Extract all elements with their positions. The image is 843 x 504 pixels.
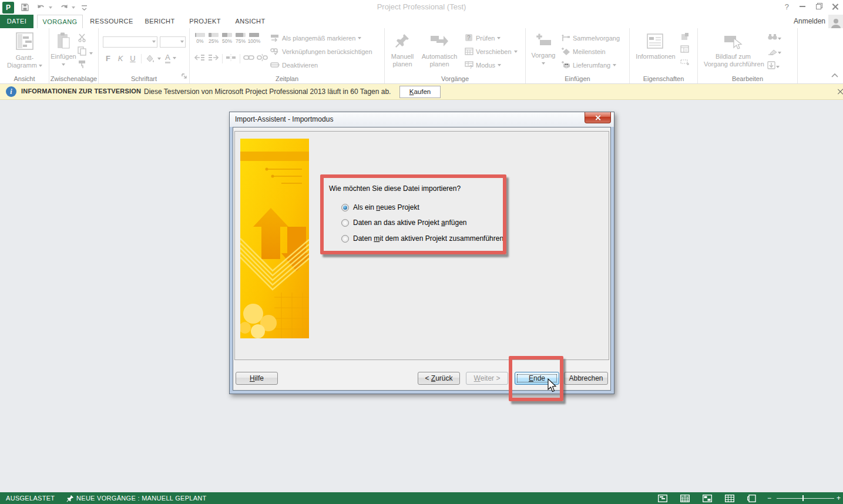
status-bar: AUSGELASTET NEUE VORGÄNGE : MANUELL GEPL…	[0, 492, 843, 504]
percent-100-button[interactable]: 100%	[247, 33, 261, 44]
buy-button[interactable]: Kaufen	[399, 86, 441, 98]
task-mode-button[interactable]: ? Modus	[465, 60, 501, 70]
add-to-timeline-icon[interactable]	[680, 58, 690, 68]
copy-icon[interactable]	[78, 46, 93, 58]
restore-icon[interactable]	[816, 4, 821, 9]
zoom-slider-thumb[interactable]	[802, 495, 804, 501]
task-inspect-button[interactable]: ? Prüfen	[465, 33, 501, 43]
manually-schedule-button[interactable]: Manuell planen	[387, 32, 418, 68]
outdent-task-button[interactable]	[194, 53, 205, 63]
help-button[interactable]: Hilfe	[236, 372, 278, 385]
dialog-close-button[interactable]	[585, 112, 611, 123]
cancel-button[interactable]: Abbrechen	[564, 372, 608, 385]
manual-label-line2: planen	[392, 61, 412, 68]
next-button: Weiter >	[466, 372, 508, 385]
tab-projekt[interactable]: PROJEKT	[186, 15, 224, 28]
background-color-button[interactable]	[145, 53, 161, 64]
gantt-chart-button[interactable]: Gantt- Diagramm	[5, 32, 45, 69]
font-size-combobox[interactable]	[160, 36, 186, 48]
avatar[interactable]	[828, 15, 843, 28]
font-name-combobox[interactable]	[103, 36, 157, 48]
insert-task-label: Vorgang	[532, 52, 556, 59]
insert-summary-button[interactable]: Sammelvorgang	[561, 33, 620, 43]
save-icon[interactable]	[21, 3, 29, 12]
project-app-icon[interactable]: P	[2, 2, 14, 14]
dialog-title: Import-Assistent - Importmodus	[235, 115, 333, 123]
svg-text:?: ?	[469, 64, 472, 69]
insert-task-button[interactable]: Vorgang	[529, 32, 557, 67]
scroll-label-line2: Vorgang durchführen	[704, 61, 764, 68]
tab-ansicht[interactable]: ANSICHT	[230, 15, 270, 28]
move-label: Verschieben	[476, 48, 512, 55]
respect-links-label: Verknüpfungen berücksichtigen	[282, 48, 372, 55]
format-painter-icon[interactable]	[78, 60, 93, 72]
customize-quick-access-icon[interactable]	[82, 4, 87, 11]
tab-datei[interactable]: DATEI	[0, 15, 33, 28]
split-task-button[interactable]	[226, 53, 236, 63]
sheet-view-icon[interactable]	[725, 494, 734, 502]
scroll-to-task-button[interactable]: Bildlauf zum Vorgang durchführen	[704, 32, 763, 68]
percent-25-label: 25%	[207, 38, 220, 44]
group-label-vorgaenge: Vorgänge	[385, 75, 525, 82]
status-allocation-label[interactable]: AUSGELASTET	[6, 495, 55, 502]
undo-icon[interactable]	[36, 3, 52, 12]
task-information-button[interactable]: Informationen	[632, 32, 679, 61]
minimize-icon[interactable]	[800, 6, 805, 7]
paste-button[interactable]: Einfügen	[51, 32, 76, 68]
status-new-tasks-mode[interactable]: NEUE VORGÄNGE : MANUELL GEPLANT	[76, 495, 207, 502]
mark-on-track-label: Als plangemäß markieren	[282, 35, 355, 42]
report-view-icon[interactable]	[747, 494, 757, 502]
inactivate-button[interactable]: Deaktivieren	[270, 60, 318, 70]
find-button[interactable]	[767, 33, 781, 43]
close-icon[interactable]	[832, 4, 838, 10]
underline-button[interactable]: U	[127, 53, 138, 65]
task-move-button[interactable]: Verschieben	[465, 46, 518, 57]
mouse-cursor	[548, 378, 558, 396]
tab-vorgang[interactable]: VORGANG	[37, 15, 83, 28]
tab-ressource[interactable]: RESSOURCE	[89, 15, 134, 28]
percent-75-button[interactable]: 75%	[234, 33, 247, 44]
team-planner-view-icon[interactable]	[703, 494, 712, 502]
insert-deliverable-button[interactable]: Lieferumfang	[561, 60, 616, 70]
respect-links-button[interactable]: Verknüpfungen berücksichtigen	[270, 46, 372, 57]
unlink-tasks-button[interactable]	[257, 53, 268, 63]
help-icon[interactable]: ?	[785, 2, 789, 11]
task-notes-icon[interactable]	[680, 33, 690, 43]
font-color-button[interactable]: A	[165, 53, 176, 63]
link-tasks-button[interactable]	[243, 53, 254, 63]
zoom-in-icon[interactable]: +	[837, 494, 841, 502]
dialog-client-area: Wie möchten Sie diese Datei importieren?…	[233, 127, 611, 391]
indent-task-button[interactable]	[208, 53, 219, 63]
task-details-icon[interactable]	[680, 45, 690, 56]
auto-schedule-button[interactable]: Automatisch planen	[419, 32, 460, 68]
bold-button[interactable]: F	[103, 53, 113, 65]
back-button[interactable]: < Zurück	[418, 372, 460, 385]
fill-down-button[interactable]	[767, 61, 781, 72]
outdent-icon	[194, 53, 205, 63]
info-icon: i	[6, 86, 16, 97]
percent-50-button[interactable]: 50%	[220, 33, 234, 44]
zoom-slider-track[interactable]	[777, 498, 834, 499]
percent-0-button[interactable]: 0%	[193, 33, 207, 44]
insert-milestone-button[interactable]: Meilenstein	[561, 46, 606, 57]
sign-in-link[interactable]: Anmelden	[794, 17, 825, 25]
clear-button[interactable]	[767, 47, 781, 58]
move-calendar-icon	[465, 47, 473, 56]
task-usage-view-icon[interactable]	[680, 494, 690, 502]
zoom-out-icon[interactable]: −	[767, 494, 771, 502]
collapse-ribbon-icon[interactable]	[831, 69, 838, 80]
dialog-title-bar[interactable]: Import-Assistent - Importmodus	[230, 112, 614, 127]
cut-icon[interactable]	[78, 33, 93, 45]
milestone-diamond-icon	[561, 47, 570, 56]
mark-on-track-button[interactable]: Als plangemäß markieren	[270, 33, 361, 43]
percent-25-button[interactable]: 25%	[207, 33, 220, 44]
tab-bericht[interactable]: BERICHT	[140, 15, 180, 28]
summary-task-icon	[561, 34, 570, 43]
percent-0-label: 0%	[193, 38, 207, 44]
redo-icon[interactable]	[59, 3, 75, 12]
italic-button[interactable]: K	[115, 53, 126, 65]
ribbon-group-schriftart: F K U A Schriftart	[99, 28, 190, 83]
group-label-einfuegen: Einfügen	[526, 75, 629, 82]
group-label-zwischenablage: Zwischenablage	[49, 75, 98, 82]
gantt-view-icon[interactable]	[658, 494, 667, 502]
